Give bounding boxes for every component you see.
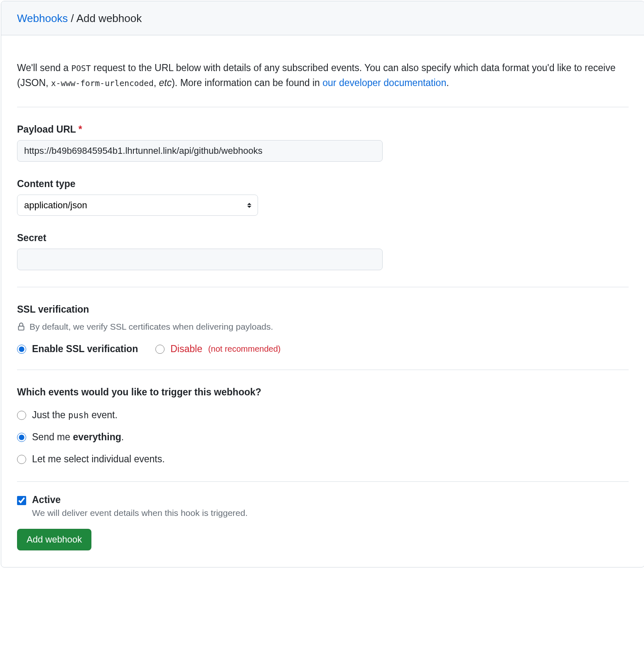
active-group: Active We will deliver event details whe…	[17, 494, 629, 518]
divider	[17, 370, 629, 370]
divider	[17, 107, 629, 107]
events-individual-radio[interactable]	[17, 455, 26, 464]
add-webhook-panel: Webhooks / Add webhook We'll send a POST…	[1, 1, 644, 567]
active-description: We will deliver event details when this …	[32, 508, 248, 518]
active-label: Active	[32, 494, 248, 506]
breadcrumb-current: Add webhook	[76, 12, 142, 25]
events-everything-radio[interactable]	[17, 433, 26, 442]
ssl-disable-option[interactable]: Disable (not recommended)	[155, 343, 280, 355]
developer-docs-link[interactable]: our developer documentation	[322, 77, 446, 88]
breadcrumb-separator: /	[71, 12, 76, 25]
payload-url-input[interactable]	[17, 140, 383, 162]
content-type-select[interactable]: application/json	[17, 195, 258, 216]
intro-text: We'll send a POST request to the URL bel…	[17, 61, 629, 90]
add-webhook-button[interactable]: Add webhook	[17, 529, 91, 550]
events-heading: Which events would you like to trigger t…	[17, 387, 629, 398]
events-individual-option[interactable]: Let me select individual events.	[17, 454, 629, 465]
ssl-heading: SSL verification	[17, 304, 629, 315]
payload-url-label: Payload URL *	[17, 124, 629, 135]
ssl-note: By default, we verify SSL certificates w…	[17, 322, 629, 332]
events-group: Which events would you like to trigger t…	[17, 387, 629, 465]
ssl-verification-group: SSL verification By default, we verify S…	[17, 304, 629, 355]
lock-icon	[17, 322, 25, 331]
events-push-radio[interactable]	[17, 411, 26, 420]
panel-body: We'll send a POST request to the URL bel…	[1, 35, 644, 567]
events-push-option[interactable]: Just the push event.	[17, 409, 629, 421]
breadcrumb-webhooks-link[interactable]: Webhooks	[17, 12, 68, 25]
ssl-enable-radio[interactable]	[17, 345, 26, 354]
required-asterisk: *	[79, 124, 82, 135]
divider	[17, 481, 629, 482]
active-checkbox[interactable]	[17, 496, 26, 505]
content-type-group: Content type application/json	[17, 178, 629, 216]
panel-header: Webhooks / Add webhook	[1, 1, 644, 35]
secret-label: Secret	[17, 232, 629, 244]
secret-group: Secret	[17, 232, 629, 270]
payload-url-group: Payload URL *	[17, 124, 629, 162]
events-everything-option[interactable]: Send me everything.	[17, 432, 629, 443]
ssl-enable-option[interactable]: Enable SSL verification	[17, 343, 138, 355]
ssl-disable-radio[interactable]	[155, 345, 165, 354]
secret-input[interactable]	[17, 249, 383, 270]
content-type-label: Content type	[17, 178, 629, 190]
divider	[17, 287, 629, 287]
